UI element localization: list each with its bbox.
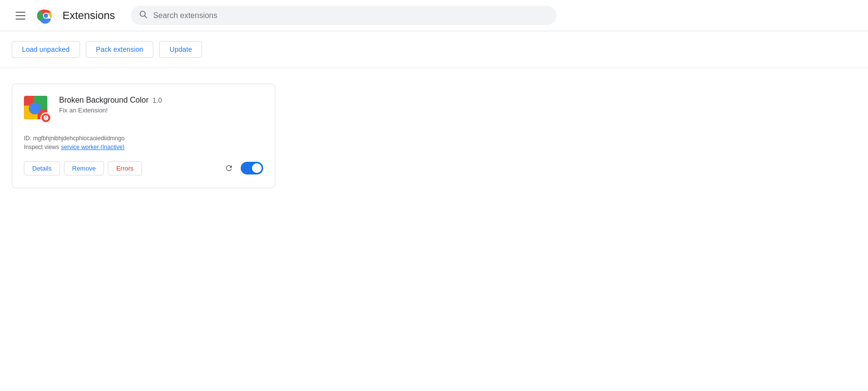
search-bar (131, 6, 557, 25)
extension-name: Broken Background Color (59, 96, 148, 105)
header: Extensions (0, 0, 868, 31)
extension-meta: ID: mgfbhjnibhjdehcphiocaoiediidmngo Ins… (24, 135, 263, 151)
extension-description: Fix an Extension! (59, 107, 263, 114)
search-icon (139, 10, 147, 21)
pack-extension-button[interactable]: Pack extension (86, 41, 154, 58)
main-content: Broken Background Color 1.0 Fix an Exten… (0, 68, 868, 204)
load-unpacked-button[interactable]: Load unpacked (12, 41, 80, 58)
page-title: Extensions (62, 9, 115, 22)
extension-icon-wrap (24, 96, 51, 123)
search-input[interactable] (153, 11, 549, 20)
card-footer: Details Remove Errors (24, 160, 263, 176)
extension-info: Broken Background Color 1.0 Fix an Exten… (59, 96, 263, 114)
inspect-label: Inspect views (24, 144, 59, 151)
remove-button[interactable]: Remove (64, 161, 104, 175)
errors-button[interactable]: Errors (108, 161, 142, 175)
svg-rect-11 (45, 119, 46, 120)
update-button[interactable]: Update (159, 41, 202, 58)
chrome-logo (37, 7, 55, 24)
enable-toggle[interactable] (241, 162, 263, 174)
svg-line-4 (145, 16, 146, 18)
extension-id: ID: mgfbhjnibhjdehcphiocaoiediidmngo (24, 135, 263, 142)
menu-icon[interactable] (12, 8, 29, 23)
card-header: Broken Background Color 1.0 Fix an Exten… (24, 96, 263, 123)
details-button[interactable]: Details (24, 161, 60, 175)
inspect-row: Inspect views service worker (Inactive) (24, 144, 263, 151)
toggle-thumb (252, 163, 262, 173)
service-worker-link[interactable]: service worker (Inactive) (61, 144, 124, 151)
extension-name-row: Broken Background Color 1.0 (59, 96, 263, 105)
extension-version: 1.0 (152, 96, 162, 104)
extension-error-badge (41, 112, 51, 123)
svg-rect-10 (45, 116, 46, 118)
toolbar: Load unpacked Pack extension Update (0, 31, 868, 68)
refresh-icon[interactable] (221, 160, 237, 176)
svg-point-8 (29, 103, 41, 114)
svg-point-2 (44, 13, 48, 18)
extension-card: Broken Background Color 1.0 Fix an Exten… (12, 84, 275, 188)
